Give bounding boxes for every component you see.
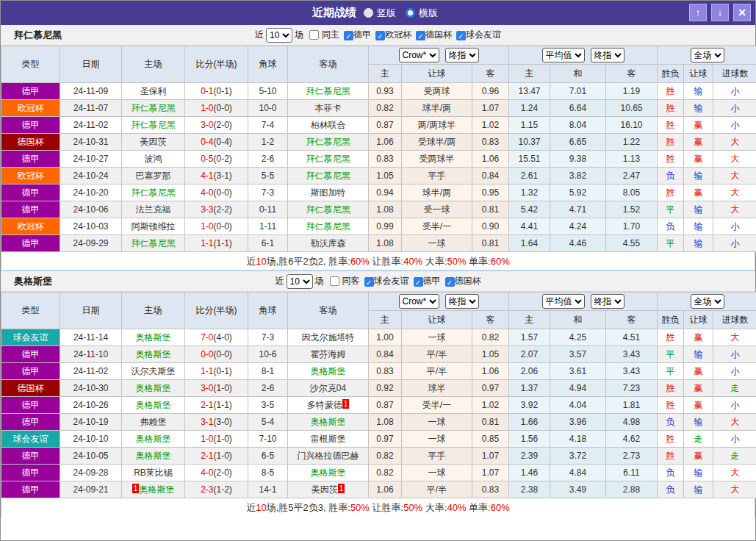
average-stage-select[interactable]: 终指 <box>591 48 624 62</box>
bookmaker-select[interactable]: Crow* <box>399 48 439 62</box>
league-label[interactable]: 球会友谊 <box>466 29 501 40</box>
date-cell: 24-11-02 <box>60 363 122 380</box>
avg-home-cell: 2.38 <box>509 481 550 498</box>
horizontal-layout-label[interactable]: 横版 <box>419 7 438 20</box>
league-label[interactable]: 德国杯 <box>425 29 452 40</box>
away-team-cell: 拜仁慕尼黑 <box>288 218 369 235</box>
corner-cell: 8-5 <box>248 465 288 481</box>
corner-cell: 1-2 <box>248 134 288 151</box>
league-checkbox[interactable]: ✓ <box>344 31 353 40</box>
bookmaker-select[interactable]: Crow* <box>399 294 439 309</box>
home-team-cell: 奥格斯堡 <box>122 380 185 397</box>
average-select[interactable]: 平均值 <box>542 294 585 309</box>
corner-cell: 10-6 <box>248 346 288 363</box>
handicap-result-cell: 赢 <box>684 134 713 151</box>
corner-cell: 6-1 <box>248 235 288 252</box>
league-filter[interactable]: ✓德国杯 <box>441 276 481 286</box>
odds-stage-select[interactable]: 终指 <box>445 48 479 62</box>
avg-away-cell: 2.88 <box>606 481 658 498</box>
avg-home-cell: 5.42 <box>509 201 550 218</box>
close-button[interactable]: ✕ <box>733 4 751 21</box>
sub-handicap: 让球 <box>402 311 472 329</box>
header-row-groups: 类型 日期 主场 比分(半场) 角球 客场 Crow*终指 平均值终指 全场 <box>1 293 756 311</box>
match-row: 德甲24-10-19弗赖堡3-1(3-0)5-4奥格斯堡1.08一球0.811.… <box>1 414 756 431</box>
league-label[interactable]: 欧冠杯 <box>385 29 411 40</box>
avg-home-cell: 1.46 <box>509 465 550 481</box>
vertical-layout-radio[interactable] <box>364 8 373 18</box>
odds-stage-select[interactable]: 终指 <box>445 294 479 309</box>
fulltime-select[interactable]: 全场 <box>691 48 724 62</box>
move-down-button[interactable]: ↓ <box>711 4 729 21</box>
league-filter[interactable]: ✓球会友谊 <box>360 276 409 286</box>
goals-result-cell: 走 <box>713 380 756 397</box>
handicap-result-cell: 输 <box>684 218 713 235</box>
league-checkbox[interactable]: ✓ <box>416 31 425 40</box>
league-label[interactable]: 德国杯 <box>455 276 481 286</box>
horizontal-layout-radio[interactable] <box>406 8 415 18</box>
same-venue-label[interactable]: 同客 <box>342 275 360 287</box>
average-select[interactable]: 平均值 <box>542 48 585 62</box>
avg-home-cell: 2.39 <box>509 448 550 465</box>
league-checkbox[interactable]: ✓ <box>445 277 455 287</box>
odds-home-cell: 0.83 <box>369 151 402 168</box>
league-label[interactable]: 德甲 <box>353 29 371 40</box>
match-count-select[interactable]: 10 <box>287 274 313 289</box>
move-up-button[interactable]: ↑ <box>689 4 707 21</box>
date-cell: 24-10-24 <box>60 168 122 184</box>
same-venue-label[interactable]: 同主 <box>322 29 339 41</box>
score-cell: 2-1(1-1) <box>185 397 248 414</box>
league-cell: 德甲 <box>1 397 60 414</box>
away-team-cell: 多特蒙德1 <box>288 397 369 414</box>
red-card-badge: 1 <box>338 484 345 493</box>
red-card-badge: 1 <box>132 484 140 493</box>
fulltime-select[interactable]: 全场 <box>691 294 724 309</box>
match-count-select[interactable]: 10 <box>266 28 292 43</box>
league-checkbox[interactable]: ✓ <box>414 277 423 287</box>
league-label[interactable]: 球会友谊 <box>374 276 409 286</box>
league-checkbox[interactable]: ✓ <box>456 31 466 40</box>
home-team-cell: 法兰克福 <box>122 201 185 218</box>
winloss-result-cell: 平 <box>658 235 684 252</box>
away-team-cell: 柏林联合 <box>288 117 369 134</box>
league-filter[interactable]: ✓德国杯 <box>411 29 452 40</box>
odds-away-cell: 1.02 <box>472 117 509 134</box>
match-row: 德甲24-09-29拜仁慕尼黑1-1(1-1)6-1勒沃库森1.08一球0.81… <box>1 235 756 252</box>
corner-cell: 5-4 <box>248 414 288 431</box>
handicap-cell: 一球 <box>402 465 472 481</box>
same-venue-checkbox[interactable] <box>330 276 339 286</box>
winloss-result-cell: 胜 <box>658 397 684 414</box>
avg-home-cell: 1.24 <box>509 100 550 117</box>
handicap-cell: 受球半/两 <box>402 134 472 151</box>
odds-away-cell: 1.06 <box>472 151 509 168</box>
same-venue-checkbox[interactable] <box>309 30 319 40</box>
league-label[interactable]: 德甲 <box>423 276 441 286</box>
avg-draw-cell: 3.72 <box>550 448 606 465</box>
league-cell: 德甲 <box>1 414 60 431</box>
match-row: 德国杯24-10-30奥格斯堡3-0(1-0)2-6沙尔克040.92球半0.9… <box>1 380 756 397</box>
match-row: 德甲24-11-02沃尔夫斯堡1-1(0-1)8-1奥格斯堡0.83平/半1.0… <box>1 363 756 380</box>
match-row: 德甲24-09-28RB莱比锡4-0(2-0)8-5奥格斯堡0.82一球1.07… <box>1 465 756 481</box>
avg-home-cell: 2.06 <box>509 363 550 380</box>
avg-away-cell: 2.47 <box>606 168 658 184</box>
league-filter[interactable]: ✓欧冠杯 <box>371 29 411 40</box>
goals-result-cell: 小 <box>713 100 756 117</box>
league-filter[interactable]: ✓球会友谊 <box>452 29 501 40</box>
league-cell: 球会友谊 <box>1 329 60 346</box>
corner-cell: 2-6 <box>248 151 288 168</box>
score-cell: 0-4(0-4) <box>185 134 248 151</box>
match-row: 德国杯24-10-31美因茨0-4(0-4)1-2拜仁慕尼黑1.06受球半/两0… <box>1 134 756 151</box>
col-score: 比分(半场) <box>185 46 248 83</box>
col-home: 主场 <box>122 46 185 83</box>
handicap-cell: 一球 <box>402 329 472 346</box>
odds-home-cell: 0.82 <box>369 448 402 465</box>
league-filter[interactable]: ✓德甲 <box>409 276 441 286</box>
league-filter[interactable]: ✓德甲 <box>339 29 371 40</box>
results-table: 类型 日期 主场 比分(半场) 角球 客场 Crow*终指 平均值终指 全场 <box>1 292 756 498</box>
average-stage-select[interactable]: 终指 <box>591 294 624 309</box>
league-checkbox[interactable]: ✓ <box>375 31 385 40</box>
handicap-result-cell: 输 <box>684 235 713 252</box>
league-checkbox[interactable]: ✓ <box>364 277 374 287</box>
vertical-layout-label[interactable]: 竖版 <box>377 7 396 20</box>
odds-away-cell: 1.07 <box>472 448 509 465</box>
date-cell: 24-10-30 <box>60 380 122 397</box>
